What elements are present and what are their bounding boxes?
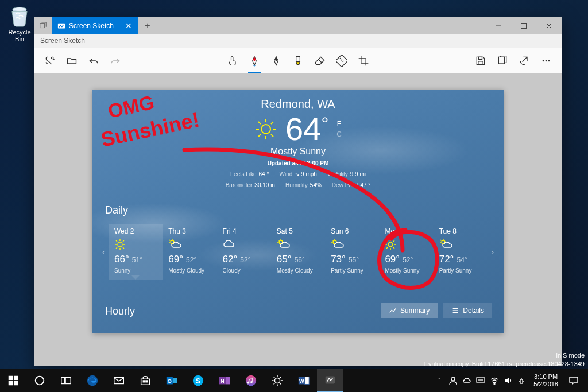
weather-taskbar[interactable]: [264, 369, 291, 392]
recycle-bin[interactable]: Recycle Bin: [5, 3, 34, 42]
svg-point-99: [451, 377, 455, 381]
canvas-area[interactable]: Redmond, WA 64° F C Mostly Sunny Updated…: [34, 73, 562, 366]
open-button[interactable]: [62, 51, 82, 71]
svg-rect-75: [143, 381, 145, 382]
svg-rect-74: [114, 378, 124, 384]
svg-rect-8: [336, 55, 347, 67]
svg-line-54: [393, 247, 394, 249]
tray-input[interactable]: [474, 369, 488, 392]
new-tab-button[interactable]: +: [138, 17, 157, 34]
outlook-taskbar[interactable]: O: [158, 369, 185, 392]
word-taskbar[interactable]: W: [291, 369, 317, 392]
pencil-button[interactable]: [266, 51, 286, 71]
close-button[interactable]: [536, 17, 562, 34]
minimize-button[interactable]: [486, 17, 511, 34]
daily-prev[interactable]: ‹: [98, 247, 109, 257]
daily-next[interactable]: ›: [488, 247, 498, 257]
unit-f[interactable]: F: [336, 120, 342, 128]
ruler-button[interactable]: [332, 51, 351, 71]
unit-c[interactable]: C: [336, 130, 342, 138]
tray-chevron[interactable]: ˄: [432, 369, 446, 392]
svg-rect-69: [14, 381, 18, 385]
show-desktop-button[interactable]: [585, 369, 588, 392]
weather-stats: Feels Like64 ° Wind↘ 9 mph Visibility9.9…: [92, 171, 504, 177]
tab-screen-sketch[interactable]: Screen Sketch ✕: [52, 17, 138, 34]
ballpoint-pen-button[interactable]: [245, 51, 264, 71]
skype-taskbar[interactable]: S: [185, 369, 211, 392]
forecast-day[interactable]: Tue 872° 54°Partly Sunny: [434, 224, 488, 280]
svg-line-26: [271, 122, 273, 124]
weather-condition: Mostly Sunny: [92, 146, 504, 157]
app-title: Screen Sketch: [40, 37, 85, 45]
svg-rect-4: [521, 24, 527, 29]
more-button[interactable]: [536, 51, 556, 71]
tray-wifi[interactable]: [488, 369, 501, 392]
svg-point-48: [388, 242, 393, 247]
weather-stats-2: Barometer30.10 in Humidity54% Dew Point4…: [92, 182, 504, 188]
tray-people[interactable]: [446, 369, 460, 392]
recycle-bin-icon: [7, 3, 32, 28]
weather-temp: 64: [285, 111, 321, 147]
svg-line-35: [123, 240, 124, 242]
tray-power[interactable]: [515, 369, 529, 392]
svg-rect-14: [498, 57, 504, 64]
svg-text:S: S: [196, 377, 200, 385]
svg-point-102: [494, 383, 495, 385]
svg-line-9: [340, 58, 341, 59]
svg-rect-12: [478, 61, 483, 64]
action-center-button[interactable]: [563, 369, 585, 392]
tray-volume[interactable]: [501, 369, 515, 392]
itunes-taskbar[interactable]: [238, 369, 264, 392]
tab-close-icon[interactable]: ✕: [125, 21, 132, 30]
highlighter-button[interactable]: [288, 51, 308, 71]
svg-line-39: [169, 240, 171, 241]
screen-sketch-taskbar[interactable]: [317, 369, 343, 392]
task-view-button[interactable]: [53, 369, 79, 392]
menubar: Screen Sketch: [34, 34, 562, 48]
details-button[interactable]: Details: [443, 303, 492, 318]
svg-line-32: [116, 240, 117, 242]
svg-rect-72: [65, 378, 71, 384]
svg-rect-97: [305, 377, 309, 385]
crop-button[interactable]: [354, 51, 373, 71]
forecast-day[interactable]: Fri 462° 52°Cloudy: [217, 224, 271, 280]
svg-text:N: N: [220, 378, 225, 384]
taskbar-clock[interactable]: 3:10 PM 5/2/2018: [529, 373, 563, 388]
touch-writing-button[interactable]: [223, 51, 242, 71]
svg-point-17: [548, 60, 550, 61]
forecast-day[interactable]: Mon 769° 52°Mostly Sunny: [379, 224, 433, 280]
svg-rect-66: [9, 376, 13, 380]
save-button[interactable]: [471, 51, 490, 71]
hourly-header: Hourly: [105, 305, 135, 317]
onenote-taskbar[interactable]: N: [211, 369, 238, 392]
titlebar[interactable]: Screen Sketch ✕ +: [34, 17, 562, 34]
eraser-button[interactable]: [310, 51, 330, 71]
chart-icon: [389, 306, 397, 315]
summary-button[interactable]: Summary: [381, 303, 438, 318]
mail-taskbar[interactable]: [106, 369, 132, 392]
start-button[interactable]: [0, 369, 26, 392]
svg-line-93: [274, 383, 275, 385]
forecast-day[interactable]: Thu 369° 52°Mostly Cloudy: [163, 224, 216, 280]
store-taskbar[interactable]: [132, 369, 158, 392]
edge-taskbar[interactable]: [79, 369, 106, 392]
forecast-day[interactable]: Wed 266° 51°Sunny: [109, 224, 163, 280]
maximize-button[interactable]: [511, 17, 536, 34]
sets-dropdown-icon[interactable]: [34, 17, 52, 34]
svg-line-7: [319, 59, 322, 63]
tray-onedrive[interactable]: [460, 369, 474, 392]
tab-title: Screen Sketch: [69, 22, 114, 30]
svg-line-25: [258, 134, 261, 137]
svg-line-55: [386, 247, 388, 249]
redo-button[interactable]: [106, 51, 125, 71]
svg-rect-84: [226, 377, 230, 385]
forecast-day[interactable]: Sun 673° 55°Partly Sunny: [325, 224, 379, 280]
forecast-day[interactable]: Sat 565° 56°Mostly Cloudy: [271, 224, 325, 280]
undo-button[interactable]: [84, 51, 103, 71]
copy-button[interactable]: [493, 51, 512, 71]
windows-watermark: in S mode Evaluation copy. Build 17661.r…: [424, 351, 585, 368]
taskbar: O S N W ˄ 3:10 PM 5/2/2018: [0, 369, 588, 392]
cortana-button[interactable]: [26, 369, 53, 392]
new-snip-button[interactable]: [40, 51, 60, 71]
share-button[interactable]: [514, 51, 534, 71]
